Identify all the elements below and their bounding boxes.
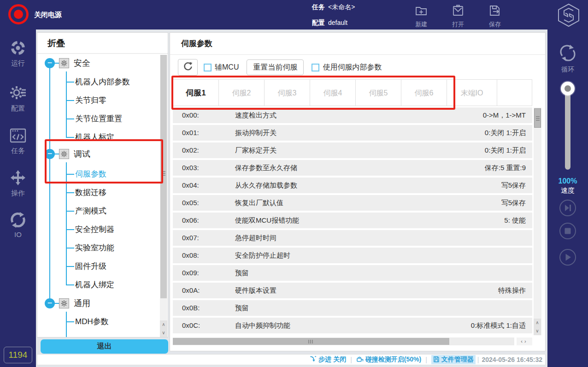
tree-group-general[interactable]: − 通用 — [37, 294, 157, 313]
gear-icon — [59, 298, 69, 308]
nav-item-io[interactable]: IO — [0, 212, 36, 238]
config-value: default — [328, 19, 347, 26]
tree-scrollbar[interactable]: ∧ ∨ — [160, 55, 167, 337]
param-row[interactable]: 0x00:速度检出方式0->M，1->MT — [173, 107, 532, 123]
nav-item-run[interactable]: 运行 — [0, 40, 36, 68]
tree-item-robot-internal-params[interactable]: 机器人内部参数 — [75, 73, 130, 91]
tab-servo3[interactable]: 伺服3 — [264, 79, 310, 106]
step-forward-button[interactable] — [559, 199, 576, 217]
table-horizontal-scrollbar[interactable] — [173, 337, 514, 345]
hscroll-left-right-buttons[interactable]: ‹› — [517, 337, 532, 345]
power-off-button[interactable] — [8, 4, 29, 24]
use-internal-params-label: 使用伺服内部参数 — [323, 63, 382, 72]
tab-servo2[interactable]: 伺服2 — [218, 79, 265, 106]
gear-icon — [59, 149, 69, 159]
left-nav-rail: 运行 配置 — [0, 30, 36, 367]
right-control-rail: 循环 100% 速度 — [547, 30, 588, 367]
tree-item-joint-position-reset[interactable]: 关节位置重置 — [75, 110, 122, 128]
move-arrows-icon — [10, 180, 26, 188]
tree-item-joint-zeroing[interactable]: 关节归零 — [75, 91, 106, 110]
play-button[interactable] — [559, 249, 576, 266]
param-row[interactable]: 0x07:急停超时时间 — [173, 230, 532, 246]
tree-item-firmware-upgrade[interactable]: 固件升级 — [75, 257, 106, 276]
tab-end-io[interactable]: 末端IO — [447, 79, 497, 106]
nav-item-jog[interactable]: 操作 — [0, 170, 36, 198]
new-folder-icon — [414, 11, 428, 19]
param-row[interactable]: 0x0C:自动中频抑制功能0:标准模式 1:自适 — [173, 318, 532, 333]
servo-tabbar: 伺服1 伺服2 伺服3 伺服4 伺服5 伺服6 末端IO — [173, 79, 532, 106]
cycle-mode-button[interactable]: 循环 — [547, 43, 588, 74]
param-row[interactable]: 0x02:厂家标定开关0:关闭 1:开启 — [173, 142, 532, 158]
speed-slider-track[interactable] — [565, 88, 570, 170]
status-bar: 步进 关闭 | 碰撞检测开启(50%) | 文件管理器 — [37, 354, 546, 365]
table-hscroll-thumb[interactable] — [173, 338, 449, 345]
param-row[interactable]: 0x05:恢复出厂默认值写5保存 — [173, 195, 532, 211]
collision-detection-status[interactable]: 碰撞检测开启(50%) — [356, 355, 421, 364]
scroll-down-icon[interactable]: ∨ — [160, 329, 167, 337]
aux-mcu-checkbox[interactable] — [204, 64, 212, 71]
nav-item-task[interactable]: 任务 — [0, 127, 36, 155]
collapse-header[interactable]: 折叠 — [37, 33, 168, 54]
param-row[interactable]: 0x01:振动抑制开关0:关闭 1:开启 — [173, 125, 532, 141]
tree-group-safety[interactable]: − 安全 — [37, 54, 157, 72]
table-vscroll-thumb[interactable] — [534, 108, 541, 128]
tabbar-filler — [497, 79, 532, 106]
servo-param-table: 0x00:速度检出方式0->M，1->MT 0x01:振动抑制开关0:关闭 1:… — [173, 107, 532, 335]
new-task-button[interactable]: 新建 — [406, 4, 436, 29]
tree-group-debug[interactable]: − 调试 — [37, 145, 157, 163]
stop-button[interactable] — [559, 222, 576, 240]
cycle-icon — [558, 56, 577, 64]
tree-item-lab-features[interactable]: 实验室功能 — [75, 239, 114, 257]
param-row[interactable]: 0x0B:预留 — [173, 300, 532, 316]
scroll-up-icon[interactable]: ∧ — [534, 319, 541, 327]
save-task-button[interactable]: 保存 — [480, 4, 510, 29]
param-row[interactable]: 0x04:从永久存储加载参数写5保存 — [173, 178, 532, 193]
param-row[interactable]: 0x0A:硬件版本设置特殊操作 — [173, 283, 532, 298]
run-icon — [10, 50, 26, 58]
file-manager-icon — [433, 356, 440, 364]
param-row[interactable]: 0x03:保存参数至永久存储保存:5 重置:9 — [173, 160, 532, 176]
tree-scrollbar-thumb[interactable] — [160, 55, 167, 298]
code-window-icon — [9, 137, 27, 145]
tree-item-data-migration[interactable]: 数据迁移 — [75, 184, 106, 202]
scroll-down-icon[interactable]: ∨ — [534, 327, 541, 335]
parameter-tree: − 安全 机器人内部参数 关节归零 关节位置重置 机器人标定 − 调试 伺服参数 — [37, 55, 159, 337]
tab-servo5[interactable]: 伺服5 — [355, 79, 401, 106]
aux-mcu-label: 辅MCU — [215, 63, 239, 72]
nav-item-config[interactable]: 配置 — [0, 84, 36, 113]
file-manager-button[interactable]: 文件管理器 — [431, 355, 476, 364]
param-row[interactable]: 0x06:使能双MCU报错功能5: 使能 — [173, 213, 532, 228]
collapse-toggle-icon[interactable]: − — [45, 149, 55, 159]
tree-item-robot-calibration[interactable]: 机器人标定 — [75, 128, 114, 147]
tree-item-production-test-mode[interactable]: 产测模式 — [75, 202, 106, 220]
save-icon — [488, 11, 502, 19]
table-vertical-scrollbar[interactable]: ∧ ∨ — [534, 107, 541, 335]
speed-slider-handle[interactable] — [561, 82, 575, 95]
tree-item-robot-binding[interactable]: 机器人绑定 — [75, 276, 114, 294]
param-row[interactable]: 0x09:预留 — [173, 265, 532, 281]
step-mode-icon — [310, 355, 317, 364]
slider-handle-dot — [564, 85, 571, 92]
top-header: 关闭电源 任务 <未命名> 配置 default 新建 打开 — [0, 0, 588, 30]
tree-item-mdh-params[interactable]: MDH参数 — [75, 313, 109, 331]
tree-item-safety-controller[interactable]: 安全控制器 — [75, 220, 114, 239]
task-label: 任务 — [312, 3, 325, 12]
scroll-up-icon[interactable]: ∧ — [160, 320, 167, 329]
tab-servo4[interactable]: 伺服4 — [310, 79, 356, 106]
tab-servo1[interactable]: 伺服1 — [173, 79, 219, 106]
tree-item-servo-params-selected[interactable]: 伺服参数 — [75, 165, 106, 184]
status-counter: 1194 — [4, 347, 32, 363]
refresh-button[interactable] — [178, 59, 198, 76]
task-value: <未命名> — [328, 3, 355, 12]
param-row[interactable]: 0x08:安全防护停止超时 — [173, 248, 532, 263]
use-internal-params-checkbox[interactable] — [312, 64, 319, 71]
brand-logo-icon — [554, 3, 583, 28]
collapse-toggle-icon[interactable]: − — [45, 58, 55, 68]
tab-servo6[interactable]: 伺服6 — [401, 79, 447, 106]
collapse-toggle-icon[interactable]: − — [45, 298, 55, 308]
exit-button[interactable]: 退出 — [41, 339, 168, 354]
io-sync-icon — [10, 221, 26, 229]
reset-current-servo-button[interactable]: 重置当前伺服 — [247, 59, 304, 75]
step-mode-status[interactable]: 步进 关闭 — [310, 355, 346, 364]
open-task-button[interactable]: 打开 — [443, 4, 473, 29]
